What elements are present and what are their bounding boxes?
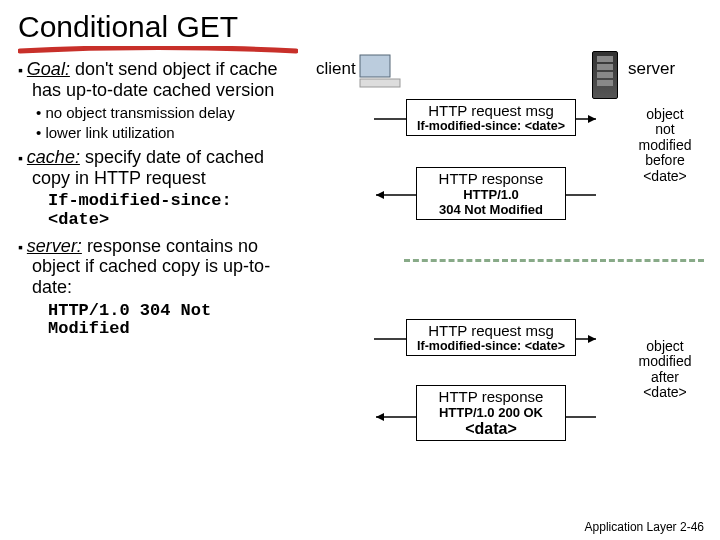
bullet-column: Goal: don't send object if cache has up-… <box>18 59 288 339</box>
resp2-line1: HTTP/1.0 200 OK <box>421 405 561 420</box>
diagram-area: client server HTTP request msg If-modifi… <box>296 59 702 339</box>
resp2-title: HTTP response <box>421 388 561 405</box>
resp1-line1: HTTP/1.0 <box>421 187 561 202</box>
bullet-cache: cache: specify date of cached copy in HT… <box>18 147 288 188</box>
response-box-1: HTTP response HTTP/1.0 304 Not Modified <box>416 167 566 220</box>
server-label: server: <box>27 236 82 256</box>
cache-code: If-modified-since: <date> <box>18 192 288 229</box>
server-icon <box>592 51 618 99</box>
goal-label: Goal: <box>27 59 70 79</box>
server-code: HTTP/1.0 304 Not Modified <box>18 302 288 339</box>
resp1-line2: 304 Not Modified <box>421 202 561 217</box>
resp1-title: HTTP response <box>421 170 561 187</box>
sub-bullet-2: lower link utilization <box>18 124 288 141</box>
req2-sub: If-modified-since: <date> <box>411 339 571 353</box>
note-modified: object modified after <date> <box>630 339 700 401</box>
footer-text: Application Layer <box>585 520 677 534</box>
sub-bullet-1: no object transmission delay <box>18 104 288 121</box>
svg-rect-0 <box>360 55 390 77</box>
client-label: client <box>316 59 356 79</box>
footer: Application Layer 2-46 <box>585 520 704 534</box>
svg-rect-1 <box>360 79 400 87</box>
bullet-server: server: response contains no object if c… <box>18 236 288 298</box>
slide-title: Conditional GET <box>18 10 702 44</box>
response-box-2: HTTP response HTTP/1.0 200 OK <data> <box>416 385 566 441</box>
req1-title: HTTP request msg <box>411 102 571 119</box>
footer-page: 2-46 <box>680 520 704 534</box>
request-box-2: HTTP request msg If-modified-since: <dat… <box>406 319 576 356</box>
cache-label: cache: <box>27 147 80 167</box>
bullet-goal: Goal: don't send object if cache has up-… <box>18 59 288 100</box>
req2-title: HTTP request msg <box>411 322 571 339</box>
req1-sub: If-modified-since: <date> <box>411 119 571 133</box>
request-box-1: HTTP request msg If-modified-since: <dat… <box>406 99 576 136</box>
note-not-modified: object not modified before <date> <box>630 107 700 184</box>
client-icon <box>358 53 406 89</box>
resp2-data: <data> <box>421 420 561 438</box>
server-label: server <box>628 59 675 79</box>
separator-line <box>404 259 704 262</box>
